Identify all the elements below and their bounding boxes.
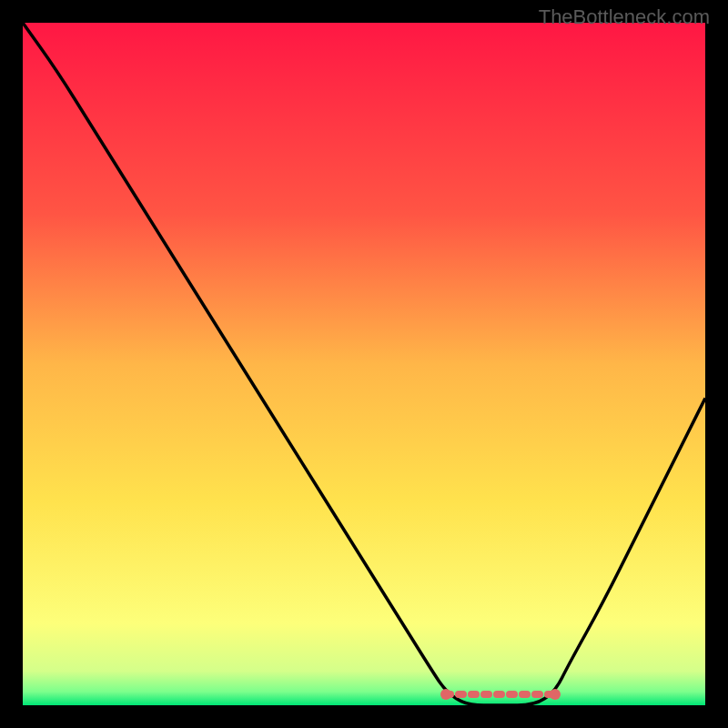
chart-plot-area bbox=[23, 23, 705, 705]
watermark-text: TheBottleneck.com bbox=[539, 5, 710, 29]
svg-point-1 bbox=[440, 689, 451, 700]
chart-svg bbox=[23, 23, 705, 705]
svg-point-2 bbox=[550, 689, 561, 700]
